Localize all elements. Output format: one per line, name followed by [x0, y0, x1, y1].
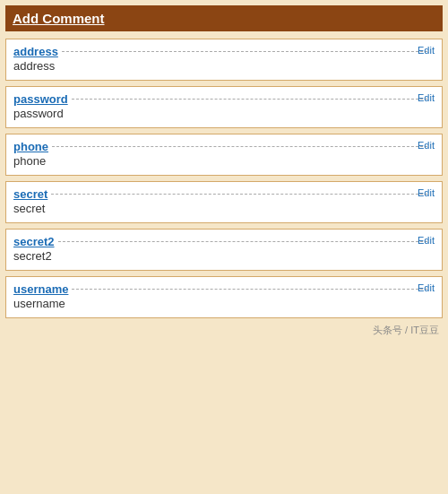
item-name-secret2[interactable]: secret2	[13, 235, 55, 248]
item-card-username: usernameusernameEdit	[5, 276, 443, 318]
edit-link-username[interactable]: Edit	[418, 282, 435, 293]
item-value-username: username	[13, 297, 435, 310]
item-name-username[interactable]: username	[13, 282, 68, 296]
item-name-address[interactable]: address	[13, 45, 58, 58]
item-value-password: password	[13, 107, 435, 120]
edit-link-secret[interactable]: Edit	[418, 187, 435, 198]
item-name-row-username: username	[13, 282, 435, 296]
dashed-line-phone	[52, 146, 427, 147]
item-value-phone: phone	[13, 154, 435, 168]
item-card-phone: phonephoneEdit	[5, 134, 443, 176]
dashed-line-secret	[51, 194, 427, 195]
item-value-secret: secret	[13, 202, 435, 215]
edit-link-address[interactable]: Edit	[418, 45, 435, 56]
items-container: addressaddressEditpasswordpasswordEditph…	[5, 39, 443, 318]
page-header: Add Comment	[5, 5, 443, 31]
dashed-line-password	[72, 99, 427, 100]
dashed-line-username	[72, 289, 427, 290]
page-title: Add Comment	[13, 11, 105, 26]
item-value-address: address	[13, 59, 435, 73]
dashed-line-secret2	[58, 241, 427, 242]
edit-link-phone[interactable]: Edit	[418, 140, 435, 151]
item-name-row-secret2: secret2	[13, 235, 435, 248]
item-name-row-phone: phone	[13, 140, 435, 153]
edit-link-secret2[interactable]: Edit	[418, 235, 435, 246]
item-name-secret[interactable]: secret	[13, 187, 47, 201]
watermark: 头条号 / IT豆豆	[5, 324, 443, 337]
dashed-line-address	[62, 51, 427, 52]
item-card-secret: secretsecretEdit	[5, 181, 443, 223]
item-card-address: addressaddressEdit	[5, 39, 443, 81]
item-name-phone[interactable]: phone	[13, 140, 48, 153]
item-value-secret2: secret2	[13, 249, 435, 263]
item-name-password[interactable]: password	[13, 92, 68, 106]
item-card-secret2: secret2secret2Edit	[5, 229, 443, 271]
page-wrapper: Add Comment addressaddressEditpasswordpa…	[0, 0, 448, 494]
item-name-row-password: password	[13, 92, 435, 106]
item-name-row-secret: secret	[13, 187, 435, 201]
item-name-row-address: address	[13, 45, 435, 58]
item-card-password: passwordpasswordEdit	[5, 86, 443, 128]
edit-link-password[interactable]: Edit	[418, 92, 435, 103]
